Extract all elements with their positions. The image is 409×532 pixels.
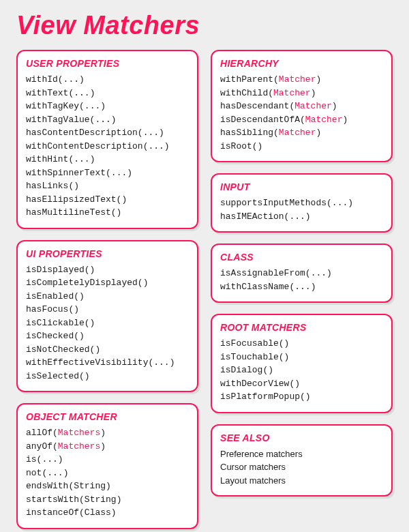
card-hierarchy: HIERARCHYwithParent(Matcher)withChild(Ma… [211,50,393,162]
list-item: hasSibling(Matcher) [220,126,383,140]
list-item: withContentDescription(...) [26,140,189,153]
list-item: Layout matchers [220,474,383,488]
list-item: instanceOf(Class) [26,506,189,520]
card-see-also: SEE ALSOPreference matchersCursor matche… [211,424,393,497]
list-item: withEffectiveVisibility(...) [26,356,189,370]
list-item: not(...) [26,467,189,480]
list-item: isRoot() [220,140,383,153]
list-item: isClickable() [26,316,189,330]
matcher-arg: Matchers [58,441,100,452]
list-item: isEnabled() [26,290,189,304]
list-item: anyOf(Matchers) [26,440,189,454]
matcher-arg: Matcher [273,88,311,98]
card-title: USER PROPERTIES [26,58,189,69]
card-title: UI PROPERTIES [26,248,189,259]
list-item: isTouchable() [220,351,383,364]
list-item: hasMultilineTest() [26,206,189,220]
column-0: USER PROPERTIESwithId(...)withText(...)w… [16,50,198,529]
card-title: INPUT [220,181,383,192]
list-item: isPlatformPopup() [220,390,383,404]
card-title: ROOT MATCHERS [220,322,383,333]
list-item: withChild(Matcher) [220,87,383,100]
list-item: withHint(...) [26,153,189,166]
list-item: withDecorView() [220,377,383,391]
matcher-arg: Matcher [279,74,316,85]
column-1: HIERARCHYwithParent(Matcher)withChild(Ma… [211,50,393,529]
card-user-properties: USER PROPERTIESwithId(...)withText(...)w… [16,50,198,229]
card-title: SEE ALSO [220,432,383,443]
list-item: isAssignableFrom(...) [220,267,383,280]
list-item: endsWith(String) [26,479,189,493]
list-item: Cursor matchers [220,460,383,474]
card-title: OBJECT MATCHER [26,411,189,422]
matcher-arg: Matcher [305,115,343,125]
list-item: withText(...) [26,87,189,100]
list-item: withParent(Matcher) [220,73,383,87]
matcher-arg: Matcher [279,128,316,138]
list-item: isDescendantOfA(Matcher) [220,113,383,127]
list-item: isFocusable() [220,337,383,351]
list-item: withTagValue(...) [26,113,189,127]
list-item: is(...) [26,453,189,467]
list-item: isNotChecked() [26,343,189,357]
page-title: View Matchers [16,11,393,40]
list-item: isDisplayed() [26,263,189,277]
list-item: withId(...) [26,73,189,87]
list-item: allOf(Matchers) [26,426,189,440]
list-item: Preference matchers [220,447,383,461]
list-item: hasEllipsizedText() [26,193,189,207]
list-item: hasDescendant(Matcher) [220,100,383,113]
list-item: withSpinnerText(...) [26,166,189,180]
matcher-arg: Matcher [294,101,332,111]
list-item: isDialog() [220,364,383,377]
matcher-arg: Matchers [58,428,100,438]
list-item: supportsInputMethods(...) [220,196,383,210]
list-item: isSelected() [26,370,189,383]
list-item: hasIMEAction(...) [220,210,383,224]
list-item: hasContentDescription(...) [26,126,189,140]
card-ui-properties: UI PROPERTIESisDisplayed()isCompletelyDi… [16,240,198,393]
card-object-matcher: OBJECT MATCHERallOf(Matchers)anyOf(Match… [16,403,198,529]
card-title: HIERARCHY [220,58,383,69]
list-item: isCompletelyDisplayed() [26,276,189,290]
card-class: CLASSisAssignableFrom(...)withClassName(… [211,243,393,303]
list-item: withTagKey(...) [26,100,189,113]
card-input: INPUTsupportsInputMethods(...)hasIMEActi… [211,173,393,233]
list-item: hasFocus() [26,303,189,316]
list-item: isChecked() [26,329,189,343]
list-item: startsWith(String) [26,493,189,507]
card-title: CLASS [220,252,383,263]
columns-container: USER PROPERTIESwithId(...)withText(...)w… [16,50,393,529]
list-item: withClassName(...) [220,280,383,294]
list-item: hasLinks() [26,179,189,193]
card-root-matchers: ROOT MATCHERSisFocusable()isTouchable()i… [211,314,393,413]
